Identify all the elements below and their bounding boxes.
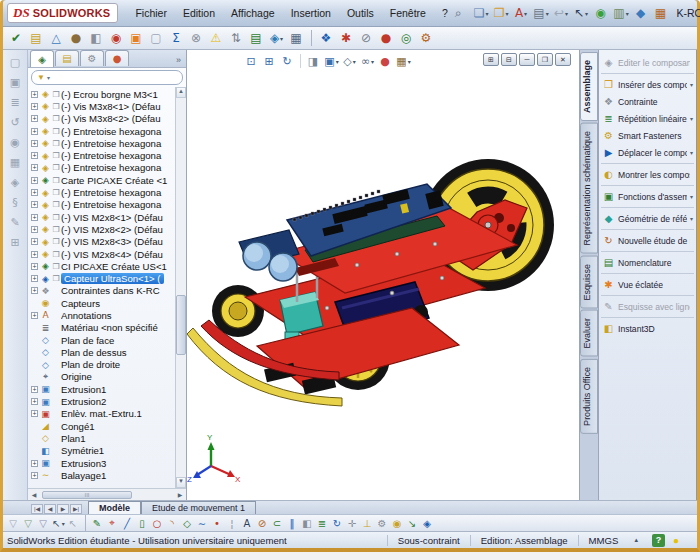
centerline-icon[interactable]: ¦ (225, 516, 240, 531)
make-drawing-icon[interactable]: A▾ (512, 4, 531, 22)
tree-horizontal-scrollbar[interactable]: ◀ III ▶ (28, 488, 186, 500)
costing-icon[interactable]: ▤ (27, 29, 46, 47)
scene-icon[interactable]: ▦ (7, 154, 24, 171)
filter-icon[interactable]: ▽ (6, 516, 21, 531)
menu-item[interactable]: Affichage (224, 4, 282, 22)
point-icon[interactable]: • (210, 516, 225, 531)
dropdown-arrow-icon[interactable]: ▾ (690, 193, 693, 200)
properties-icon[interactable]: ▤ (247, 29, 266, 47)
vertical-tab[interactable]: Assemblage (580, 52, 598, 121)
tree-item[interactable]: + ◈ ❒ (-) Entretoise hexagona (30, 125, 175, 137)
tree-item[interactable]: + ◈ ❒ (-) Entretoise hexagona (30, 186, 175, 198)
tree-item[interactable]: + ◇ Plan de droite (30, 359, 175, 371)
scroll-up-icon[interactable]: ▲ (176, 87, 186, 98)
document-tab[interactable]: Modèle (88, 501, 141, 514)
section-properties-icon[interactable]: ◧ (87, 29, 106, 47)
cut-list-icon[interactable]: ⊗ (187, 29, 206, 47)
simulation-icon[interactable]: ● (377, 29, 396, 47)
line-icon[interactable]: ╱ (120, 516, 135, 531)
tree-item[interactable]: + ▣ Extrusion1 (30, 383, 175, 395)
units-selector[interactable]: MMGS (578, 535, 629, 546)
rapid-sketch-icon[interactable]: ↘ (405, 516, 420, 531)
menu-item[interactable]: ? (435, 4, 455, 22)
tree-item[interactable]: + ◈ ❒ (-) VIS M2x8<3> (Défau (30, 236, 175, 248)
menu-item[interactable]: Outils (340, 4, 381, 22)
instant3d-item[interactable]: ◧ Instant3D (601, 317, 694, 337)
tree-item[interactable]: + ⌖ Origine (30, 371, 175, 383)
expand-icon[interactable]: + (31, 238, 38, 245)
new-motion-study-item[interactable]: ↻ Nouvelle étude de mo... (601, 229, 694, 249)
tree-item[interactable]: + ◈ ❒ (-) VIS M2x8<2> (Défau (30, 223, 175, 235)
filter-faces-icon[interactable]: ▽ (21, 516, 36, 531)
mate-item[interactable]: ❖ Contrainte (601, 93, 694, 110)
expand-icon[interactable]: + (31, 164, 38, 171)
tree-item[interactable]: + ≣ Matériau <non spécifié (30, 322, 175, 334)
scroll-right-icon[interactable]: ▶ (174, 491, 186, 498)
scroll-down-icon[interactable]: ▼ (176, 477, 186, 488)
expand-icon[interactable]: + (31, 152, 38, 159)
appearances-icon[interactable]: ◉ (7, 134, 24, 151)
select-icon[interactable]: ↖▾ (572, 4, 591, 22)
zoom-area-icon[interactable]: ⊞ (261, 53, 278, 69)
print-icon[interactable]: ▤▾ (532, 4, 551, 22)
design-library-icon[interactable]: ▣ (7, 74, 24, 91)
tree-item[interactable]: + ◈ ❒ (-) Vis M3x8<2> (Défau (30, 113, 175, 125)
scrollbar-thumb[interactable] (176, 295, 186, 355)
expand-icon[interactable]: + (31, 214, 38, 221)
dimxpert-tab[interactable]: ● (105, 50, 129, 66)
tree-item[interactable]: + ▣ Enlèv. mat.-Extru.1 (30, 408, 175, 420)
expand-icon[interactable]: + (31, 251, 38, 258)
tree-item[interactable]: + ◈ ❒ Carte PICAXE Créate <1 (30, 174, 175, 186)
equations-icon[interactable]: Σ (167, 29, 186, 47)
rotate-view-icon[interactable]: ↻ (279, 53, 296, 69)
tree-item[interactable]: + ◇ Plan1 (30, 432, 175, 444)
linear-pattern-item[interactable]: ≣ Répétition linéaire d... ▾ (601, 110, 694, 127)
expand-icon[interactable]: + (31, 263, 38, 270)
vertical-tab[interactable]: Produits Office (580, 359, 598, 434)
appearance-cube-icon[interactable]: ◆ (632, 4, 651, 22)
design-checker-icon[interactable]: ⚠ (207, 29, 226, 47)
mass-properties-icon[interactable]: ● (67, 29, 86, 47)
3d-sketch-icon[interactable]: ◈ (420, 516, 435, 531)
dropdown-arrow-icon[interactable]: ▾ (690, 115, 693, 122)
pane-icon[interactable]: ⊞ (7, 234, 24, 251)
expand-icon[interactable]: + (31, 177, 38, 184)
circle-icon[interactable]: ○ (150, 516, 165, 531)
menu-item[interactable]: Fichier (128, 4, 174, 22)
tree-item[interactable]: + ◈ ❒ CI PICAXE Créate US<1 (30, 260, 175, 272)
split-horizontal-icon[interactable]: ⊟ (501, 53, 517, 66)
rectangle-icon[interactable]: ▯ (135, 516, 150, 531)
vertical-tab[interactable]: Esquisse (580, 256, 598, 309)
view-orientation-icon[interactable]: ▣▾ (323, 53, 340, 69)
undo-icon[interactable]: ↩▾ (552, 4, 571, 22)
vertical-tab[interactable]: Evaluer (580, 310, 598, 357)
units-dropdown-icon[interactable]: ▴ (628, 536, 644, 544)
text-icon[interactable]: A (240, 516, 255, 531)
edit-component-item[interactable]: ◈ Editer le composant (601, 54, 694, 71)
offset-entities-icon[interactable]: ‖ (285, 516, 300, 531)
bill-of-materials-item[interactable]: ▤ Nomenclature (601, 251, 694, 271)
tree-item[interactable]: + A Annotations (30, 309, 175, 321)
tree-item[interactable]: + ◢ Congé1 (30, 420, 175, 432)
tree-item[interactable]: + ◈ ❒ (-) VIS M2x8<4> (Défau (30, 248, 175, 260)
assembly-features-item[interactable]: ▣ Fonctions d'assembl... ▾ (601, 185, 694, 205)
sensor-icon[interactable]: ◉ (107, 29, 126, 47)
decals-icon[interactable]: ◈ (7, 174, 24, 191)
configurationmanager-tab[interactable]: ⚙ (80, 50, 104, 66)
explode-line-sketch-item[interactable]: ✎ Esquisse avec lignes d... (601, 295, 694, 315)
tree-item[interactable]: + ◈ ❒ (-) Entretoise hexagona (30, 137, 175, 149)
trim-icon[interactable]: ⊘ (255, 516, 270, 531)
tab-scroll-first[interactable]: |◀ (31, 504, 43, 514)
tree-item[interactable]: + ❖ Contraintes dans K-RC (30, 285, 175, 297)
edit-appearance-icon[interactable]: ● (377, 53, 394, 69)
tree-item[interactable]: + ∼ Balayage1 (30, 469, 175, 481)
expand-icon[interactable]: + (31, 287, 38, 294)
mirror-entities-icon[interactable]: ◧ (300, 516, 315, 531)
expand-icon[interactable]: + (31, 201, 38, 208)
select-other-icon[interactable]: ↖ (66, 516, 81, 531)
tree-item[interactable]: + ◇ Plan de face (30, 334, 175, 346)
tree-item[interactable]: + ◈ ❒ (-) Ecrou borgne M3<1 (30, 88, 175, 100)
doc-close-button[interactable]: ✕ (555, 53, 571, 66)
motion-icon[interactable]: ◎ (397, 29, 416, 47)
smart-dimension-icon[interactable]: ⌖ (105, 516, 120, 531)
